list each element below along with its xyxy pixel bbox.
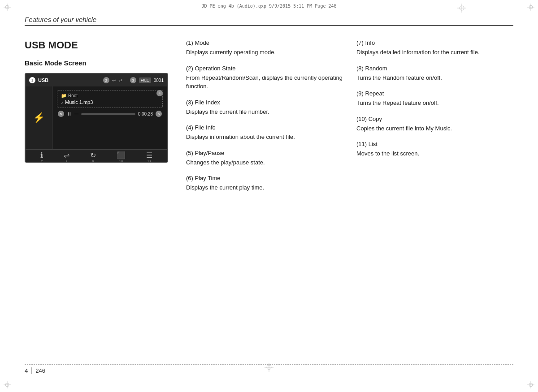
desc-item-text: Moves to the list screen. <box>356 149 513 158</box>
crosshair-top <box>457 4 466 13</box>
desc-item-text: Changes the play/pause state. <box>186 158 343 167</box>
music-icon: ♪ <box>61 100 63 105</box>
usb-icon: ⚡ <box>33 112 45 124</box>
desc-item-text: Displays the current play time. <box>186 183 343 192</box>
screen-main: 📁 Root ♪ Music 1.mp3 4 5 <box>52 86 167 149</box>
description-columns: (1) ModeDisplays currently operating mod… <box>186 39 513 200</box>
corner-mark-br <box>527 381 534 388</box>
desc-item-text: Displays information about the current f… <box>186 133 343 142</box>
page-footer: 4 246 <box>25 364 513 374</box>
list-item: (11) ListMoves to the list screen. <box>356 141 513 158</box>
circle-3: 3 <box>130 77 136 83</box>
main-content: USB MODE Basic Mode Screen 1 USB 2 ↩ ⇄ 3… <box>25 39 513 200</box>
desc-col-2: (7) InfoDisplays detailed information fo… <box>356 39 513 200</box>
list-item: (4) File InfoDisplays information about … <box>186 124 343 142</box>
repeat-icon: ↩ <box>112 78 116 83</box>
desc-item-text: Displays the current file number. <box>186 108 343 116</box>
circle-4: 4 <box>156 90 163 96</box>
desc-item-title: (5) Play/Pause <box>186 150 343 156</box>
ctrl-random: ⇌ 8 <box>64 151 69 163</box>
file-number: 0001 <box>154 78 164 83</box>
desc-item-title: (8) Random <box>356 65 513 72</box>
list-item: (5) Play/PauseChanges the play/pause sta… <box>186 150 343 167</box>
file-name-display: ♪ Music 1.mp3 <box>61 99 159 105</box>
screen-body: ⚡ 📁 Root ♪ Music 1.mp3 <box>26 86 167 149</box>
desc-item-text: Displays detailed information for the cu… <box>356 48 513 57</box>
ctrl-info: ℹ 7 <box>40 151 43 163</box>
circle-6: 6 <box>156 111 162 117</box>
desc-item-text: Displays currently operating mode. <box>186 48 343 57</box>
desc-item-title: (1) Mode <box>186 39 343 46</box>
subsection-title: Basic Mode Screen <box>25 59 177 67</box>
list-icon: ☰ <box>146 151 152 159</box>
circle-10: 10 <box>119 159 123 163</box>
folder-icon: 📁 <box>61 93 66 98</box>
time-display: 0:00:28 <box>138 112 153 116</box>
screen-controls: ℹ 7 ⇌ 8 ↻ 9 ⬛ 10 <box>26 149 167 163</box>
circle-8: 8 <box>65 159 67 163</box>
footer-page-num: 246 <box>32 367 45 374</box>
list-item: (7) InfoDisplays detailed information fo… <box>356 39 513 57</box>
list-item: (2) Operation StateFrom Repeat/Random/Sc… <box>186 65 343 91</box>
page-header: Features of your vehicle <box>25 16 513 26</box>
list-item: (3) File IndexDisplays the current file … <box>186 99 343 116</box>
desc-item-text: From Repeat/Random/Scan, displays the cu… <box>186 73 343 91</box>
desc-item-title: (4) File Info <box>186 124 343 131</box>
section-title: USB MODE <box>25 39 177 51</box>
usb-label: USB <box>38 78 48 83</box>
desc-item-title: (10) Copy <box>356 116 513 122</box>
desc-col-1: (1) ModeDisplays currently operating mod… <box>186 39 343 200</box>
desc-item-text: Turns the Random feature on/off. <box>356 73 513 82</box>
desc-item-text: Copies the current file into My Music. <box>356 124 513 133</box>
desc-item-title: (3) File Index <box>186 99 343 106</box>
info-icon: ℹ <box>40 151 43 159</box>
list-item: (1) ModeDisplays currently operating mod… <box>186 39 343 57</box>
circle-11: 11 <box>148 159 152 163</box>
footer-chapter-num: 4 <box>25 367 32 374</box>
desc-item-title: (6) Play Time <box>186 175 343 181</box>
page-title: Features of your vehicle <box>25 16 96 23</box>
desc-item-title: (2) Operation State <box>186 65 343 72</box>
desc-item-title: (9) Repeat <box>356 90 513 97</box>
screen-left-panel: ⚡ <box>26 86 52 149</box>
ctrl-copy: ⬛ 10 <box>117 151 126 163</box>
random-icon: ⇌ <box>64 151 69 159</box>
print-header: JD PE eng 4b (Audio).qxp 9/9/2015 5:11 P… <box>201 4 336 9</box>
left-column: USB MODE Basic Mode Screen 1 USB 2 ↩ ⇄ 3… <box>25 39 177 200</box>
file-path: 📁 Root <box>61 93 159 98</box>
desc-item-text: Turns the Repeat feature on/off. <box>356 99 513 108</box>
ctrl-repeat: ↻ 9 <box>90 151 96 163</box>
circle-7: 7 <box>41 159 43 163</box>
corner-mark-tl <box>4 4 11 11</box>
usb-screen: 1 USB 2 ↩ ⇄ 3 FILE 0001 ⚡ <box>25 73 168 163</box>
desc-item-title: (7) Info <box>356 39 513 46</box>
corner-mark-tr <box>527 4 534 11</box>
list-item: (6) Play TimeDisplays the current play t… <box>186 175 343 192</box>
circle-5: 5 <box>58 111 64 117</box>
progress-bar <box>81 113 135 115</box>
shuffle-icon: ⇄ <box>118 78 122 83</box>
repeat-ctrl-icon: ↻ <box>90 151 96 159</box>
list-item: (8) RandomTurns the Random feature on/of… <box>356 65 513 82</box>
file-info-box: 📁 Root ♪ Music 1.mp3 <box>57 90 163 108</box>
circle-9: 9 <box>92 159 94 163</box>
corner-mark-bl <box>4 381 11 388</box>
file-badge: FILE <box>139 78 151 83</box>
screen-top-bar: 1 USB 2 ↩ ⇄ 3 FILE 0001 <box>26 74 167 86</box>
list-item: (10) CopyCopies the current file into My… <box>356 116 513 133</box>
circle-2: 2 <box>103 77 109 83</box>
list-item: (9) RepeatTurns the Repeat feature on/of… <box>356 90 513 108</box>
play-pause-icon: ⏸ <box>67 111 72 116</box>
ctrl-list: ☰ 11 <box>146 151 152 163</box>
desc-item-title: (11) List <box>356 141 513 147</box>
play-area: 5 ⏸ — 0:00:28 6 <box>57 111 163 117</box>
copy-icon: ⬛ <box>117 151 126 159</box>
circle-1: 1 <box>29 77 35 83</box>
